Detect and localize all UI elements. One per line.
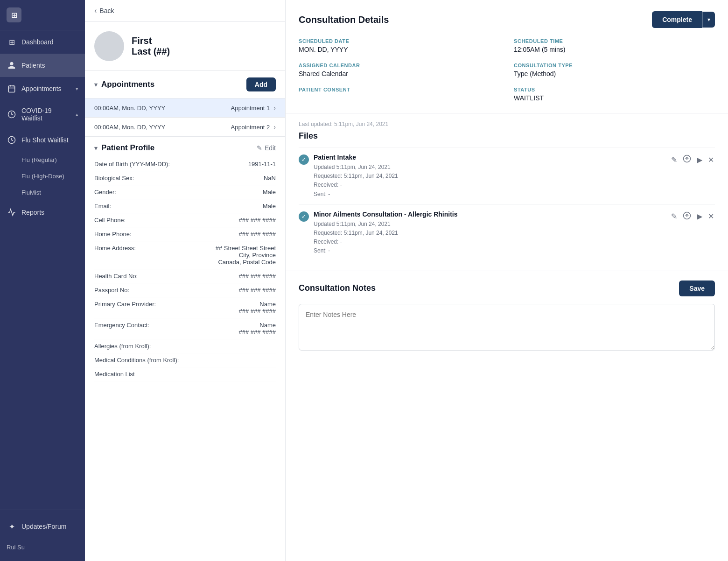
- file-item: ✓ Minor Ailments Consultation - Allergic…: [299, 204, 715, 261]
- appointment-label: Appointment 2: [231, 124, 270, 131]
- field-label: Email:: [94, 203, 111, 210]
- back-button[interactable]: ‹ Back: [85, 0, 285, 22]
- profile-field-biological-sex: Biological Sex: NaN: [94, 171, 276, 185]
- appointment-row[interactable]: 00:00AM, Mon. DD, YYYY Appointment 2 ›: [85, 117, 285, 136]
- sidebar-item-patients[interactable]: Patients: [0, 54, 85, 77]
- appointments-section-title[interactable]: ▾ Appointments: [94, 80, 154, 89]
- appointments-section-header: ▾ Appointments Add: [85, 71, 285, 98]
- field-value: ### ### ####: [238, 287, 276, 294]
- svg-rect-0: [8, 86, 15, 92]
- save-notes-button[interactable]: Save: [679, 280, 715, 296]
- profile-section-title[interactable]: ▾ Patient Profile: [94, 143, 154, 153]
- sidebar-item-flu-regular[interactable]: Flu (Regular): [0, 152, 85, 168]
- appointment-label: Appointment 1: [231, 105, 270, 112]
- edit-label: Edit: [265, 144, 276, 152]
- sidebar-bottom: ✦ Updates/Forum Rui Su: [0, 510, 85, 561]
- file-received: Received: -: [314, 238, 665, 246]
- field-label: Gender:: [94, 189, 116, 196]
- profile-field-home-address: Home Address: ## Street Street Street Ci…: [94, 241, 276, 269]
- file-updated: Updated 5:11pm, Jun 24, 2021: [314, 163, 665, 172]
- reports-icon: [7, 207, 17, 217]
- detail-label: STATUS: [514, 87, 715, 92]
- user-name: Rui Su: [7, 544, 25, 551]
- sidebar-item-dashboard[interactable]: ⊞ Dashboard: [0, 30, 85, 54]
- avatar: [94, 31, 124, 61]
- complete-dropdown-button[interactable]: ▾: [702, 12, 715, 28]
- left-panel: ‹ Back First Last (##) ▾ Appointments Ad…: [85, 0, 286, 561]
- chevron-up-icon: ▴: [76, 112, 78, 118]
- field-value: ### ### ####: [238, 217, 276, 224]
- sidebar-item-label: Updates/Forum: [21, 523, 66, 530]
- detail-scheduled-date: SCHEDULED DATE MON. DD, YYYY: [299, 38, 500, 53]
- consultation-details-card: Consultation Details Complete ▾ SCHEDULE…: [286, 0, 728, 113]
- file-name: Minor Ailments Consultation - Allergic R…: [314, 210, 665, 218]
- file-edit-button[interactable]: ✎: [670, 154, 678, 165]
- field-value: Name ### ### ####: [238, 301, 276, 315]
- files-title: Files: [299, 131, 715, 141]
- add-appointment-button[interactable]: Add: [246, 77, 276, 91]
- detail-status: STATUS WAITLIST: [514, 87, 715, 102]
- sidebar-item-flu-high-dose[interactable]: Flu (High-Dose): [0, 168, 85, 184]
- file-meta: Updated 5:11pm, Jun 24, 2021 Requested: …: [314, 163, 665, 199]
- field-label: Passport No:: [94, 287, 129, 294]
- consultation-notes-card: Consultation Notes Save: [286, 271, 728, 561]
- updates-forum-icon: ✦: [7, 521, 17, 532]
- patient-profile-section: ▾ Patient Profile ✎ Edit Date of Birth (…: [85, 137, 285, 389]
- sidebar-logo: ⊞: [0, 0, 85, 30]
- profile-field-dob: Date of Birth (YYY-MM-DD): 1991-11-1: [94, 157, 276, 171]
- file-send-button[interactable]: ▶: [696, 154, 703, 165]
- sidebar-item-updates-forum[interactable]: ✦ Updates/Forum: [0, 515, 85, 538]
- appointments-title: Appointments: [101, 80, 154, 89]
- detail-label: PATIENT CONSENT: [299, 87, 500, 92]
- file-edit-button[interactable]: ✎: [670, 211, 678, 222]
- sidebar: ⊞ ⊞ Dashboard Patients Appointments ▾ CO…: [0, 0, 85, 561]
- sidebar-item-flumist[interactable]: FluMist: [0, 184, 85, 201]
- file-requested: Requested: 5:11pm, Jun 24, 2021: [314, 172, 665, 181]
- sidebar-item-flu-shot-waitlist[interactable]: Flu Shot Waitlist: [0, 128, 85, 152]
- field-label: Allergies (from Kroll):: [94, 343, 151, 350]
- detail-value: Type (Method): [514, 70, 715, 77]
- detail-label: SCHEDULED DATE: [299, 38, 500, 44]
- sidebar-item-covid-waitlist[interactable]: COVID-19 Waitlist ▴: [0, 100, 85, 128]
- sidebar-item-reports[interactable]: Reports: [0, 201, 85, 224]
- appointment-datetime: 00:00AM, Mon. DD, YYYY: [94, 124, 165, 131]
- logo-icon: ⊞: [7, 7, 21, 22]
- field-label: Home Phone:: [94, 231, 132, 238]
- sidebar-item-label: Flu Shot Waitlist: [21, 136, 69, 144]
- detail-scheduled-time: SCHEDULED TIME 12:05AM (5 mins): [514, 38, 715, 53]
- complete-button[interactable]: Complete: [652, 11, 702, 28]
- file-actions: ✎ ▶ ✕: [670, 154, 715, 166]
- main-content: ‹ Back First Last (##) ▾ Appointments Ad…: [85, 0, 728, 561]
- appointments-icon: [7, 84, 17, 94]
- profile-field-home-phone: Home Phone: ### ### ####: [94, 227, 276, 241]
- edit-profile-button[interactable]: ✎ Edit: [257, 144, 276, 152]
- profile-field-health-card: Health Card No: ### ### ####: [94, 269, 276, 283]
- profile-field-primary-care: Primary Care Provider: Name ### ### ####: [94, 297, 276, 318]
- notes-title: Consultation Notes: [299, 283, 376, 293]
- detail-consultation-type: CONSULTATION TYPE Type (Method): [514, 63, 715, 77]
- file-meta: Updated 5:11pm, Jun 24, 2021 Requested: …: [314, 220, 665, 256]
- patient-last-name: Last (##): [132, 46, 170, 57]
- file-delete-button[interactable]: ✕: [707, 154, 715, 165]
- field-label: Cell Phone:: [94, 217, 126, 224]
- field-label: Medical Conditions (from Kroll):: [94, 357, 179, 364]
- field-value: NaN: [264, 175, 276, 182]
- field-value: Name ### ### ####: [238, 322, 276, 336]
- file-received: Received: -: [314, 181, 665, 189]
- notes-textarea[interactable]: [299, 304, 715, 351]
- appointment-row[interactable]: 00:00AM, Mon. DD, YYYY Appointment 1 ›: [85, 98, 285, 117]
- file-upload-button[interactable]: [682, 154, 692, 166]
- profile-field-email: Email: Male: [94, 199, 276, 213]
- patients-icon: [7, 60, 17, 70]
- sidebar-item-appointments[interactable]: Appointments ▾: [0, 77, 85, 100]
- chevron-right-icon: ›: [273, 123, 276, 131]
- sidebar-item-label: Patients: [21, 62, 45, 69]
- profile-field-cell-phone: Cell Phone: ### ### ####: [94, 213, 276, 227]
- field-label: Medication List: [94, 371, 135, 378]
- file-upload-button[interactable]: [682, 210, 692, 223]
- dashboard-icon: ⊞: [7, 37, 17, 47]
- file-send-button[interactable]: ▶: [696, 211, 703, 222]
- profile-field-passport: Passport No: ### ### ####: [94, 283, 276, 297]
- file-delete-button[interactable]: ✕: [707, 211, 715, 222]
- detail-value: MON. DD, YYYY: [299, 46, 500, 53]
